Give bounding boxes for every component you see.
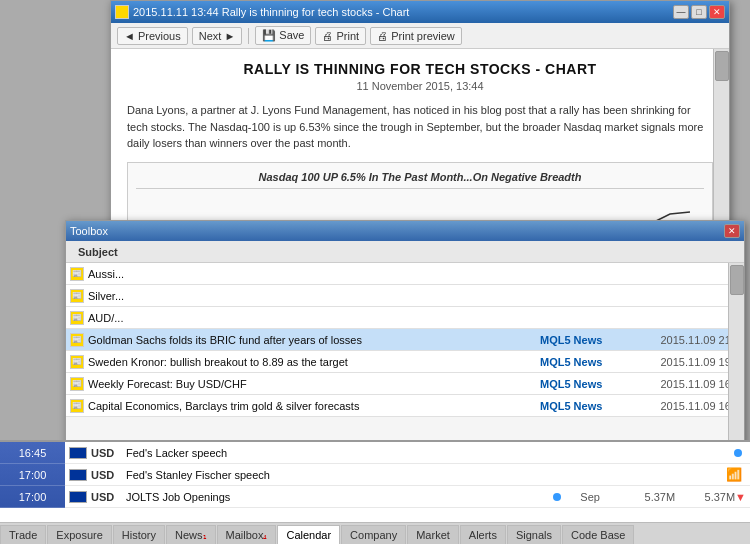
back-button[interactable]: ◄ Previous	[117, 27, 188, 45]
time-1645: 16:45	[0, 442, 65, 464]
maximize-button[interactable]: □	[691, 5, 707, 19]
minimize-button[interactable]: —	[673, 5, 689, 19]
bottom-section: 16:45 17:00 17:00 USD Fed's Lacker speec…	[0, 440, 750, 544]
event-lacker: Fed's Lacker speech	[126, 447, 730, 459]
flag-usd	[69, 491, 87, 503]
bottom-tab-exposure[interactable]: Exposure	[47, 525, 111, 544]
news-title: Silver...	[88, 290, 740, 302]
news-title: Capital Economics, Barclays trim gold & …	[88, 400, 540, 412]
bottom-tab-mailbox[interactable]: Mailbox₄	[217, 525, 277, 544]
calendar-row-lacker: USD Fed's Lacker speech	[65, 442, 750, 464]
toolbar-separator-1	[248, 28, 249, 44]
cal-period: Sep	[565, 491, 615, 503]
time-1700a: 17:00	[0, 464, 65, 486]
news-list: 📰 Aussi... 📰 Silver... 📰 AUD/... 📰 Goldm…	[66, 263, 744, 417]
print-preview-button[interactable]: 🖨 Print preview	[370, 27, 462, 45]
calendar-row-jolts: USD JOLTS Job Openings Sep 5.37M 5.37M ▼	[65, 486, 750, 508]
news-icon: 📰	[70, 377, 84, 391]
news-date: 2015.11.09 16...	[630, 400, 740, 412]
bottom-tab-history[interactable]: History	[113, 525, 165, 544]
event-jolts: JOLTS Job Openings	[126, 491, 549, 503]
news-icon: 📰	[70, 267, 84, 281]
news-title: Goldman Sachs folds its BRIC fund after …	[88, 334, 540, 346]
toolbox-titlebar: Toolbox ✕	[66, 221, 744, 241]
news-date: 2015.11.09 16...	[630, 378, 740, 390]
bottom-tab-signals[interactable]: Signals	[507, 525, 561, 544]
news-date: 2015.11.09 21...	[630, 334, 740, 346]
news-source: MQL5 News	[540, 356, 630, 368]
left-time-panel: 16:45 17:00 17:00	[0, 442, 65, 508]
news-icon: 📰	[70, 289, 84, 303]
subject-col-header: Subject	[70, 246, 740, 258]
cal-previous: 5.37M	[675, 491, 735, 503]
bottom-tab-trade[interactable]: Trade	[0, 525, 46, 544]
wifi-icon: 📶	[726, 467, 742, 482]
news-item-goldman[interactable]: 📰 Goldman Sachs folds its BRIC fund afte…	[66, 329, 744, 351]
news-item-aud[interactable]: 📰 AUD/...	[66, 307, 744, 329]
bottom-tab-market[interactable]: Market	[407, 525, 459, 544]
news-source: MQL5 News	[540, 334, 630, 346]
news-title: Sweden Kronor: bullish breakout to 8.89 …	[88, 356, 540, 368]
flag-usd	[69, 469, 87, 481]
bottom-tab-calendar[interactable]: Calendar	[277, 525, 340, 544]
news-icon: 📰	[70, 355, 84, 369]
event-dot	[553, 493, 561, 501]
article-body: Dana Lyons, a partner at J. Lyons Fund M…	[127, 102, 713, 152]
currency-usd: USD	[91, 491, 126, 503]
news-item-capital[interactable]: 📰 Capital Economics, Barclays trim gold …	[66, 395, 744, 417]
article-date: 11 November 2015, 13:44	[127, 80, 713, 92]
news-item-aussi[interactable]: 📰 Aussi...	[66, 263, 744, 285]
scroll-arrow: ▼	[735, 491, 746, 503]
bottom-tab-news[interactable]: News₁	[166, 525, 216, 544]
news-icon: 📰	[70, 333, 84, 347]
chart-image-title: Nasdaq 100 UP 6.5% In The Past Month...O…	[136, 171, 704, 189]
close-button[interactable]: ✕	[709, 5, 725, 19]
save-button[interactable]: 💾 Save	[255, 26, 311, 45]
news-title: AUD/...	[88, 312, 740, 324]
article-title: RALLY IS THINNING FOR TECH STOCKS - CHAR…	[127, 61, 713, 77]
time-1700b: 17:00	[0, 486, 65, 508]
news-source: MQL5 News	[540, 378, 630, 390]
flag-usd	[69, 447, 87, 459]
news-date: 2015.11.09 19...	[630, 356, 740, 368]
bottom-tab-alerts[interactable]: Alerts	[460, 525, 506, 544]
toolbox-column-headers: Subject	[66, 241, 744, 263]
chart-titlebar: 2015.11.11 13:44 Rally is thinning for t…	[111, 1, 729, 23]
next-button[interactable]: Next ►	[192, 27, 243, 45]
currency-usd: USD	[91, 447, 126, 459]
toolbox-close-button[interactable]: ✕	[724, 224, 740, 238]
chart-window-title: 2015.11.11 13:44 Rally is thinning for t…	[133, 6, 409, 18]
event-dot	[734, 449, 742, 457]
bottom-tab-codebase[interactable]: Code Base	[562, 525, 634, 544]
cal-forecast: 5.37M	[615, 491, 675, 503]
bottom-tabs: Trade Exposure History News₁ Mailbox₄ Ca…	[0, 522, 750, 544]
scrollbar-thumb[interactable]	[715, 51, 729, 81]
news-title: Aussi...	[88, 268, 740, 280]
calendar-content: USD Fed's Lacker speech USD Fed's Stanle…	[65, 442, 750, 522]
chart-toolbar: ◄ Previous Next ► 💾 Save 🖨 Print 🖨 Print…	[111, 23, 729, 49]
toolbox-title: Toolbox	[70, 225, 108, 237]
chart-title-left: 2015.11.11 13:44 Rally is thinning for t…	[115, 5, 409, 19]
print-button[interactable]: 🖨 Print	[315, 27, 366, 45]
news-source: MQL5 News	[540, 400, 630, 412]
news-item-silver[interactable]: 📰 Silver...	[66, 285, 744, 307]
news-icon: 📰	[70, 311, 84, 325]
chart-window-controls: — □ ✕	[673, 5, 725, 19]
bottom-tab-company[interactable]: Company	[341, 525, 406, 544]
news-icon: 📰	[70, 399, 84, 413]
news-badge: ₁	[203, 531, 207, 541]
event-fischer: Fed's Stanley Fischer speech	[126, 469, 722, 481]
chart-window-icon	[115, 5, 129, 19]
mailbox-badge: ₄	[263, 531, 267, 541]
news-item-weekly[interactable]: 📰 Weekly Forecast: Buy USD/CHF MQL5 News…	[66, 373, 744, 395]
news-item-sweden[interactable]: 📰 Sweden Kronor: bullish breakout to 8.8…	[66, 351, 744, 373]
toolbox-scrollbar-thumb[interactable]	[730, 265, 744, 295]
news-title: Weekly Forecast: Buy USD/CHF	[88, 378, 540, 390]
currency-usd: USD	[91, 469, 126, 481]
calendar-row-fischer: USD Fed's Stanley Fischer speech 📶	[65, 464, 750, 486]
